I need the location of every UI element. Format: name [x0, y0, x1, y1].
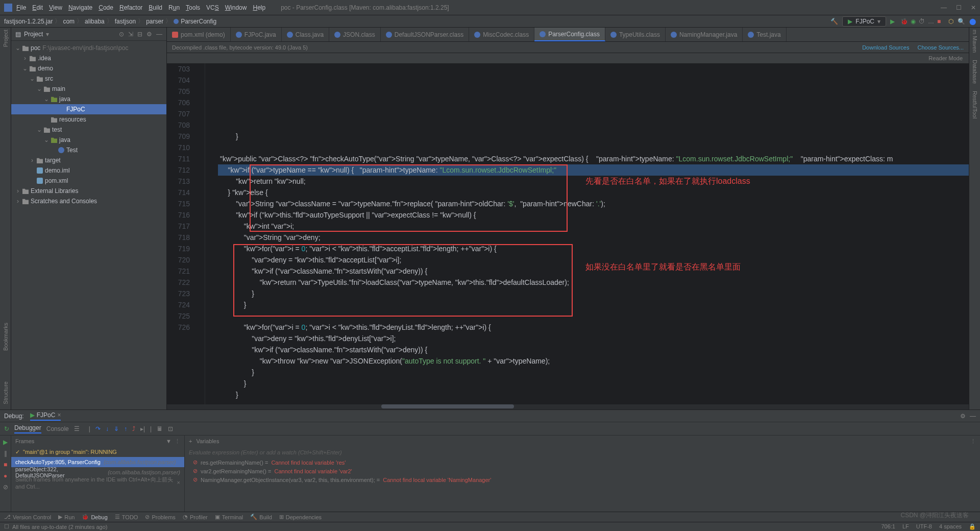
- bookmarks-tool-button[interactable]: Bookmarks: [3, 323, 9, 351]
- menu-view[interactable]: View: [49, 4, 62, 11]
- menu-file[interactable]: File: [16, 4, 26, 11]
- search-icon[interactable]: 🔍: [958, 18, 965, 25]
- select-opened-icon[interactable]: ⊙: [119, 31, 124, 38]
- run-config-selector[interactable]: ▶ FJPoC ▾: [842, 16, 886, 27]
- stop-icon[interactable]: ■: [937, 18, 944, 25]
- breadcrumb-item[interactable]: fastjson: [115, 18, 136, 25]
- menu-window[interactable]: Window: [225, 4, 247, 11]
- editor-tab[interactable]: Test.java: [743, 28, 786, 41]
- editor-tab[interactable]: pom.xml (demo): [167, 28, 231, 41]
- hammer-icon[interactable]: 🔨: [830, 18, 838, 25]
- more-icon[interactable]: ⋮: [175, 438, 180, 445]
- pause-icon[interactable]: ‖: [4, 450, 7, 457]
- download-sources-link[interactable]: Download Sources: [862, 44, 909, 51]
- collapse-icon[interactable]: ⊟: [137, 31, 142, 38]
- code-editor[interactable]: 先看是否在白名单，如果在了就执行loadclass 如果没在白名单里了就看是否在…: [218, 63, 969, 404]
- tree-row[interactable]: ›target: [11, 155, 166, 165]
- tree-row[interactable]: Test: [11, 145, 166, 155]
- tree-row[interactable]: ›.idea: [11, 53, 166, 63]
- line-sep[interactable]: LF: [902, 523, 909, 530]
- editor-tab[interactable]: Class.java: [282, 28, 329, 41]
- close-icon[interactable]: ✕: [971, 4, 976, 11]
- editor-tab[interactable]: NamingManager.java: [666, 28, 743, 41]
- project-tree[interactable]: ⌄poc F:\javasec-env\jndi-fastjson\poc›.i…: [11, 41, 166, 208]
- settings-icon[interactable]: ⬤: [969, 18, 976, 25]
- tree-row[interactable]: resources: [11, 114, 166, 125]
- debug-icon[interactable]: 🐞: [900, 18, 908, 25]
- project-tool-button[interactable]: Project: [3, 30, 9, 47]
- stop-debug-icon[interactable]: ■: [4, 461, 7, 468]
- expand-icon[interactable]: ⇲: [128, 31, 133, 38]
- encoding[interactable]: UTF-8: [916, 523, 932, 530]
- breadcrumb-item[interactable]: alibaba: [85, 18, 105, 25]
- maven-tool-button[interactable]: m Maven: [972, 30, 978, 53]
- menu-code[interactable]: Code: [99, 4, 113, 11]
- add-watch-icon[interactable]: +: [189, 438, 192, 444]
- editor-tab[interactable]: JSON.class: [329, 28, 381, 41]
- profiler-button[interactable]: ◔ Profiler: [183, 514, 208, 520]
- menu-refactor[interactable]: Refactor: [119, 4, 142, 11]
- debug-hide-icon[interactable]: —: [970, 413, 976, 420]
- console-subtab[interactable]: Console: [46, 425, 69, 432]
- menu-navigate[interactable]: Navigate: [68, 4, 92, 11]
- horizontal-scrollbar[interactable]: [167, 404, 969, 409]
- step-into-icon[interactable]: ↓: [106, 425, 109, 432]
- debug-session-tab[interactable]: ▶FJPoC ×: [30, 412, 61, 421]
- indent[interactable]: 4 spaces: [939, 523, 962, 530]
- problems-button[interactable]: ⊘ Problems: [145, 514, 175, 520]
- debug-settings-icon[interactable]: ⚙: [960, 413, 966, 420]
- todo-button[interactable]: ☰ TODO: [115, 514, 138, 520]
- database-tool-button[interactable]: Database: [972, 60, 978, 84]
- version-control-button[interactable]: ⎇ Version Control: [4, 514, 51, 520]
- structure-tool-button[interactable]: Structure: [3, 381, 9, 404]
- profile-icon[interactable]: ⏱: [919, 18, 925, 25]
- dependencies-button[interactable]: ⊞ Dependencies: [279, 514, 322, 520]
- maximize-icon[interactable]: ☐: [956, 4, 962, 11]
- filter-icon[interactable]: ▼: [166, 438, 172, 445]
- tree-row[interactable]: FJPoC: [11, 104, 166, 114]
- editor-tab[interactable]: TypeUtils.class: [605, 28, 666, 41]
- mute-breakpoints-icon[interactable]: ⊘: [3, 484, 8, 491]
- terminal-button[interactable]: ▣ Terminal: [215, 514, 243, 520]
- drop-frame-icon[interactable]: ⤴: [132, 425, 135, 432]
- reader-mode-label[interactable]: Reader Mode: [928, 55, 963, 61]
- menu-help[interactable]: Help: [253, 4, 265, 11]
- coverage-icon[interactable]: ◉: [911, 18, 916, 25]
- vars-more-icon[interactable]: ⋮: [970, 438, 976, 445]
- tree-row[interactable]: ⌄java: [11, 135, 166, 145]
- thread-row[interactable]: ✓"main"@1 in group "main": RUNNING: [11, 447, 184, 457]
- debugger-subtab[interactable]: Debugger: [14, 424, 41, 433]
- editor-tab[interactable]: MiscCodec.class: [469, 28, 534, 41]
- tree-row[interactable]: pom.xml: [11, 176, 166, 186]
- evaluate-icon[interactable]: 🖩: [157, 425, 163, 432]
- choose-sources-link[interactable]: Choose Sources...: [918, 44, 964, 51]
- breakpoint-gutter[interactable]: [195, 63, 205, 404]
- editor-tab[interactable]: ParserConfig.class: [534, 28, 605, 41]
- tree-row[interactable]: ⌄src: [11, 74, 166, 84]
- restful-tool-button[interactable]: RestfulTool: [972, 91, 978, 118]
- breadcrumb-item[interactable]: ParserConfig: [174, 18, 216, 25]
- build-button[interactable]: 🔨 Build: [250, 514, 272, 520]
- hide-icon[interactable]: —: [156, 31, 162, 38]
- trace-icon[interactable]: ⊡: [168, 425, 173, 432]
- force-step-icon[interactable]: ⇓: [114, 425, 119, 432]
- frame-row[interactable]: checkAutoType:805, ParserConfig (com.ali…: [11, 457, 184, 467]
- breadcrumb-item[interactable]: fastjson-1.2.25.jar: [4, 18, 53, 25]
- run-to-cursor-icon[interactable]: ▸|: [140, 425, 145, 432]
- menu-build[interactable]: Build: [149, 4, 162, 11]
- editor-tab[interactable]: FJPoC.java: [231, 28, 282, 41]
- tree-row[interactable]: ⌄poc F:\javasec-env\jndi-fastjson\poc: [11, 43, 166, 53]
- run-button[interactable]: ▶ Run: [58, 514, 75, 520]
- tree-row[interactable]: ⌄main: [11, 84, 166, 94]
- tree-row[interactable]: ⌄java: [11, 94, 166, 104]
- rerun-icon[interactable]: ↻: [4, 425, 9, 432]
- updates-icon[interactable]: ⬡: [948, 18, 953, 25]
- breadcrumb-item[interactable]: parser: [146, 18, 163, 25]
- menu-vcs[interactable]: VCS: [206, 4, 219, 11]
- menu-tools[interactable]: Tools: [186, 4, 200, 11]
- menu-edit[interactable]: Edit: [32, 4, 43, 11]
- tree-row[interactable]: ›Scratches and Consoles: [11, 196, 166, 206]
- step-over-icon[interactable]: ↷: [95, 425, 101, 432]
- tree-row[interactable]: ⌄demo: [11, 63, 166, 74]
- editor-tab[interactable]: DefaultJSONParser.class: [381, 28, 469, 41]
